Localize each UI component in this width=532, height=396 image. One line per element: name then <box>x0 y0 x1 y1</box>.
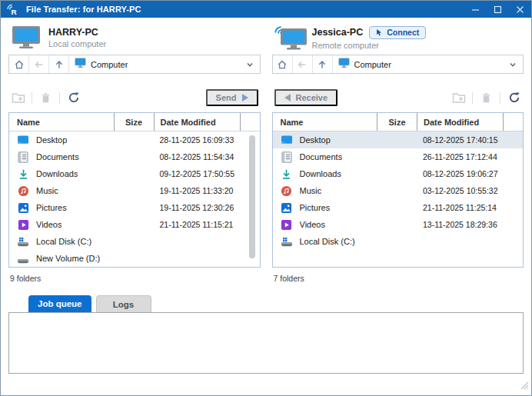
new-folder-icon[interactable] <box>11 91 25 105</box>
file-name: Documents <box>36 152 79 161</box>
downloads-icon <box>281 168 293 180</box>
column-header-date-modified[interactable]: Date Modified <box>154 113 240 131</box>
file-row[interactable]: Music 03-12-2025 10:55:32 <box>273 182 524 199</box>
tab-logs[interactable]: Logs <box>96 295 151 312</box>
right-file-list: Name Size Date Modified Desktop 08-12-20… <box>272 112 524 268</box>
right-path-dropdown-chevron-icon[interactable] <box>503 55 523 73</box>
file-row[interactable]: Pictures 19-11-2025 12:30:26 <box>9 199 260 216</box>
file-row[interactable]: New Volume (D:) <box>9 250 260 267</box>
local-computer-header: HARRY-PC Local computer <box>8 22 261 53</box>
file-row[interactable]: Desktop 08-12-2025 17:40:15 <box>273 131 524 148</box>
close-button[interactable] <box>509 1 531 18</box>
music-icon <box>281 185 293 197</box>
file-row[interactable]: Local Disk (C:) <box>273 233 524 250</box>
right-toolbar: Receive <box>272 88 524 107</box>
remote-computer-name: Jessica-PC <box>312 27 364 38</box>
refresh-icon[interactable] <box>507 91 521 105</box>
bottom-tabs: Job queue Logs <box>28 295 524 312</box>
connect-button[interactable]: Connect <box>369 26 426 39</box>
column-header-date-modified[interactable]: Date Modified <box>417 113 503 131</box>
file-row[interactable]: Videos 13-11-2025 18:29:36 <box>273 216 524 233</box>
file-date: 09-12-2025 17:50:55 <box>154 169 240 178</box>
file-name: Downloads <box>36 169 78 178</box>
toolbar-separator <box>500 92 500 104</box>
left-panel: HARRY-PC Local computer <box>8 22 261 284</box>
file-row[interactable]: Documents 08-12-2025 11:54:34 <box>9 148 260 165</box>
local-computer-type: Local computer <box>48 39 106 48</box>
file-list-body: Desktop 28-11-2025 16:09:33 Documents 08… <box>9 131 260 267</box>
file-row[interactable]: Desktop 28-11-2025 16:09:33 <box>9 131 260 148</box>
file-name: Desktop <box>36 135 67 145</box>
file-name: Local Disk (C:) <box>36 237 91 246</box>
file-row[interactable]: Local Disk (C:) <box>9 233 260 250</box>
local-computer-icon <box>10 25 42 50</box>
file-transfer-window: R File Transfer: for HARRY-PC <box>0 0 532 396</box>
file-date: 21-11-2025 11:15:21 <box>154 220 240 229</box>
remote-computer-header: Jessica-PC Connect Remote computer <box>272 22 524 53</box>
send-button[interactable]: Send <box>206 89 258 106</box>
file-row[interactable]: Music 19-11-2025 11:33:20 <box>9 182 260 199</box>
file-name: Music <box>300 186 322 195</box>
refresh-icon[interactable] <box>66 91 81 105</box>
remote-computer-type: Remote computer <box>312 41 427 50</box>
left-path-box[interactable]: Computer <box>69 55 240 73</box>
file-name: Local Disk (C:) <box>300 237 355 246</box>
back-button[interactable] <box>29 55 49 73</box>
receive-button[interactable]: Receive <box>274 89 338 106</box>
file-name: Music <box>36 186 58 195</box>
file-list-body: Desktop 08-12-2025 17:40:15 Documents 26… <box>273 131 524 267</box>
delete-icon[interactable] <box>38 91 53 105</box>
file-name: Pictures <box>300 203 331 212</box>
home-button[interactable] <box>9 55 29 73</box>
left-path-dropdown-chevron-icon[interactable] <box>240 55 260 73</box>
file-row[interactable]: Downloads 09-12-2025 17:50:55 <box>9 165 260 182</box>
titlebar: R File Transfer: for HARRY-PC <box>1 1 531 18</box>
toolbar-separator <box>472 92 473 104</box>
resize-grip[interactable] <box>520 379 529 393</box>
up-button[interactable] <box>49 55 69 73</box>
left-path-label: Computer <box>91 60 128 69</box>
right-status-text: 7 folders <box>272 274 524 284</box>
minimize-button[interactable] <box>464 1 487 18</box>
window-title: File Transfer: for HARRY-PC <box>26 5 141 14</box>
computer-mini-icon <box>75 58 86 72</box>
left-list-scrollbar[interactable] <box>249 135 255 258</box>
svg-text:R: R <box>12 7 17 15</box>
maximize-button[interactable] <box>487 1 509 18</box>
column-header-name[interactable]: Name <box>9 113 114 131</box>
file-name: Videos <box>36 220 62 229</box>
file-date: 21-11-2025 11:25:14 <box>417 203 503 212</box>
file-name: Downloads <box>300 169 341 178</box>
right-path-label: Computer <box>354 60 391 69</box>
file-date: 03-12-2025 10:55:32 <box>417 186 503 195</box>
back-button[interactable] <box>293 55 313 73</box>
column-header-size[interactable]: Size <box>114 113 154 131</box>
tab-job-queue[interactable]: Job queue <box>28 295 91 312</box>
file-row[interactable]: Videos 21-11-2025 11:15:21 <box>9 216 260 233</box>
column-header-scroll-gutter <box>240 113 260 131</box>
left-nav-bar: Computer <box>8 55 261 74</box>
right-path-box[interactable]: Computer <box>333 55 504 73</box>
file-row[interactable]: Downloads 08-12-2025 19:06:27 <box>273 165 524 182</box>
file-name: Pictures <box>36 203 67 212</box>
column-header-size[interactable]: Size <box>377 113 417 131</box>
home-button[interactable] <box>273 55 293 73</box>
new-folder-icon[interactable] <box>451 91 466 105</box>
videos-icon <box>17 218 29 231</box>
music-icon <box>17 185 29 197</box>
file-date: 13-11-2025 18:29:36 <box>417 220 503 229</box>
file-date: 08-12-2025 11:54:34 <box>154 152 240 161</box>
column-header-name[interactable]: Name <box>273 113 377 131</box>
up-button[interactable] <box>313 55 333 73</box>
right-list-header: Name Size Date Modified <box>273 113 524 131</box>
file-date: 08-12-2025 19:06:27 <box>417 169 503 178</box>
desktop-icon <box>281 134 293 146</box>
file-date: 08-12-2025 17:40:15 <box>417 135 503 145</box>
new-volume-icon <box>17 252 29 265</box>
delete-icon[interactable] <box>479 91 494 105</box>
file-row[interactable]: Documents 26-11-2025 17:12:44 <box>273 148 524 165</box>
toolbar-separator <box>59 92 60 104</box>
right-panel: Jessica-PC Connect Remote computer <box>272 22 524 284</box>
file-row[interactable]: Pictures 21-11-2025 11:25:14 <box>273 199 524 216</box>
toolbar-separator <box>32 92 32 104</box>
